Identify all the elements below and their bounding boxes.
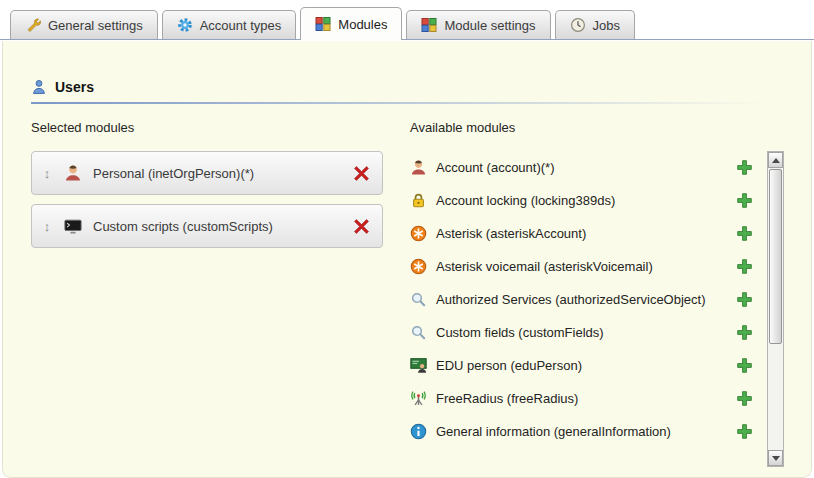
available-module-label: EDU person (eduPerson) xyxy=(436,358,736,373)
page: General settings Account types Modules M… xyxy=(0,0,814,478)
edu-person-icon xyxy=(410,357,427,374)
account-icon xyxy=(410,159,427,176)
available-module-row: Asterisk (asteriskAccount) xyxy=(410,217,767,250)
section-title: Users xyxy=(55,79,94,95)
available-module-row: Asterisk voicemail (asteriskVoicemail) xyxy=(410,250,767,283)
tab[interactable]: Account types xyxy=(162,10,297,39)
add-icon[interactable] xyxy=(736,225,753,242)
selected-modules-list: Personal (inetOrgPerson)(*) Custom scrip… xyxy=(31,151,383,248)
custom-scripts-icon xyxy=(64,217,82,235)
available-module-row: Account locking (locking389ds) xyxy=(410,184,767,217)
delete-icon[interactable] xyxy=(353,218,370,235)
available-module-label: FreeRadius (freeRadius) xyxy=(436,391,736,406)
available-module-label: Account (account)(*) xyxy=(436,160,736,175)
selected-module-row: Custom scripts (customScripts) xyxy=(31,204,383,248)
selected-modules-column: Selected modules Personal (inetOrgPerson… xyxy=(31,120,383,467)
drag-handle-icon[interactable] xyxy=(39,166,55,181)
selected-module-label: Custom scripts (customScripts) xyxy=(93,219,353,234)
selected-module-label: Personal (inetOrgPerson)(*) xyxy=(93,166,353,181)
available-module-label: Asterisk (asteriskAccount) xyxy=(436,226,736,241)
tab-label: General settings xyxy=(48,18,143,33)
available-module-label: Asterisk voicemail (asteriskVoicemail) xyxy=(436,259,736,274)
module-settings-icon xyxy=(421,17,437,33)
arrow-down-icon xyxy=(772,456,780,461)
content-panel: Users Selected modules Personal (inetOrg… xyxy=(2,41,812,478)
selected-module-row: Personal (inetOrgPerson)(*) xyxy=(31,151,383,195)
wrench-icon xyxy=(25,17,41,33)
add-icon[interactable] xyxy=(736,159,753,176)
available-modules-heading: Available modules xyxy=(410,120,784,137)
arrow-up-icon xyxy=(772,158,780,163)
tab-bar: General settings Account types Modules M… xyxy=(0,0,814,40)
add-icon[interactable] xyxy=(736,357,753,374)
available-module-row: Custom fields (customFields) xyxy=(410,316,767,349)
personal-icon xyxy=(64,164,82,182)
tab[interactable]: Jobs xyxy=(555,10,635,39)
scroll-down-button[interactable] xyxy=(768,450,783,466)
tab[interactable]: General settings xyxy=(10,10,158,39)
scrollbar-track[interactable] xyxy=(768,168,783,450)
section-header: Users xyxy=(31,77,811,97)
available-modules-wrap: Account (account)(*) Account locking (lo… xyxy=(410,151,784,467)
drag-handle-icon[interactable] xyxy=(39,219,55,234)
add-icon[interactable] xyxy=(736,258,753,275)
tab-label: Module settings xyxy=(444,18,535,33)
asterisk-icon xyxy=(410,225,427,242)
lock-icon xyxy=(410,192,427,209)
magnifier-icon xyxy=(410,291,427,308)
freeradius-icon xyxy=(410,390,427,407)
available-module-row: Authorized Services (authorizedServiceOb… xyxy=(410,283,767,316)
tab[interactable]: Module settings xyxy=(406,10,550,39)
modules-columns: Selected modules Personal (inetOrgPerson… xyxy=(31,120,811,467)
add-icon[interactable] xyxy=(736,291,753,308)
users-icon xyxy=(31,79,47,95)
scrollbar[interactable] xyxy=(767,151,784,467)
selected-modules-heading: Selected modules xyxy=(31,120,383,137)
jobs-icon xyxy=(570,17,586,33)
available-modules-list: Account (account)(*) Account locking (lo… xyxy=(410,151,767,448)
available-modules-column: Available modules Account (account)(*) xyxy=(410,120,784,467)
section-divider xyxy=(31,102,767,104)
add-icon[interactable] xyxy=(736,423,753,440)
magnifier-icon xyxy=(410,324,427,341)
available-module-label: Custom fields (customFields) xyxy=(436,325,736,340)
available-module-row: General information (generalInformation) xyxy=(410,415,767,448)
available-module-label: General information (generalInformation) xyxy=(436,424,736,439)
available-module-row: EDU person (eduPerson) xyxy=(410,349,767,382)
modules-icon xyxy=(315,16,331,32)
tab-label: Account types xyxy=(200,18,282,33)
available-module-label: Authorized Services (authorizedServiceOb… xyxy=(436,292,736,307)
tab[interactable]: Modules xyxy=(300,7,402,40)
available-module-row: FreeRadius (freeRadius) xyxy=(410,382,767,415)
tab-label: Modules xyxy=(338,17,387,32)
tab-label: Jobs xyxy=(593,18,620,33)
available-module-label: Account locking (locking389ds) xyxy=(436,193,736,208)
add-icon[interactable] xyxy=(736,192,753,209)
scrollbar-thumb[interactable] xyxy=(769,169,782,344)
asterisk-icon xyxy=(410,258,427,275)
delete-icon[interactable] xyxy=(353,165,370,182)
add-icon[interactable] xyxy=(736,390,753,407)
add-icon[interactable] xyxy=(736,324,753,341)
gear-icon xyxy=(177,17,193,33)
available-module-row: Account (account)(*) xyxy=(410,151,767,184)
scroll-up-button[interactable] xyxy=(768,152,783,168)
info-icon xyxy=(410,423,427,440)
